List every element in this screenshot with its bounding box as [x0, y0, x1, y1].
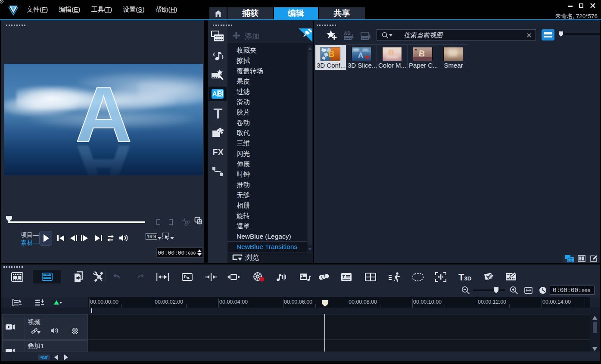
svg-text:AB: AB: [344, 31, 351, 36]
svg-text:T: T: [343, 274, 345, 279]
